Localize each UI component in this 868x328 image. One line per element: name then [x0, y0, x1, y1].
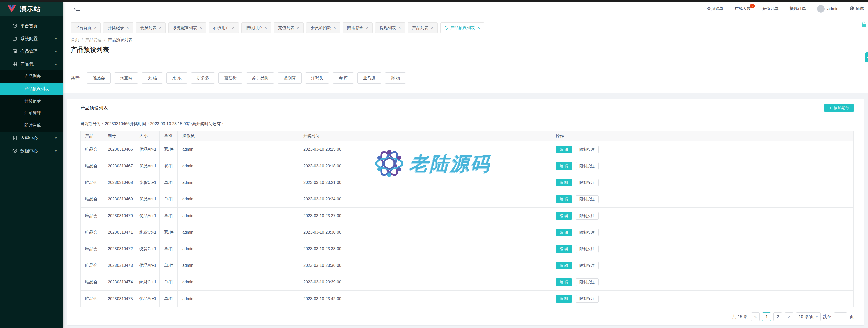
tab-赠送彩金[interactable]: 赠送彩金× [343, 23, 373, 33]
filter-option-唯品会[interactable]: 唯品会 [87, 72, 111, 84]
tab-会员列表[interactable]: 会员列表× [136, 23, 166, 33]
add-issue-button[interactable]: + 添加期号 [825, 103, 854, 112]
filter-option-拼多多[interactable]: 拼多多 [191, 72, 215, 84]
column-header-开奖时间: 开奖时间 [299, 131, 551, 141]
filter-option-蘑菇街[interactable]: 蘑菇街 [218, 72, 242, 84]
filter-option-京东[interactable]: 京 东 [166, 72, 187, 84]
jump-label: 跳至 [823, 314, 831, 320]
limit-bet-button[interactable]: 限制投注 [576, 245, 598, 253]
table-row: 唯品会20230310471统货Ct+1双/件admin2023-03-10 2… [81, 224, 854, 241]
header-link-会员购单[interactable]: 会员购单 [707, 6, 723, 11]
tab-提现列表[interactable]: 提现列表× [375, 23, 405, 33]
filter-option-天猫[interactable]: 天 猫 [142, 72, 163, 84]
edit-button[interactable]: 编 辑 [556, 212, 572, 219]
tab-充值列表[interactable]: 充值列表× [274, 23, 304, 33]
filter-option-寺库[interactable]: 寺 库 [333, 72, 353, 84]
limit-bet-button[interactable]: 限制投注 [576, 196, 598, 203]
edit-button[interactable]: 编 辑 [556, 179, 572, 186]
edit-button[interactable]: 编 辑 [556, 262, 572, 269]
limit-bet-button[interactable]: 限制投注 [576, 278, 598, 286]
tab-陪玩用户[interactable]: 陪玩用户× [241, 23, 271, 33]
cell-parity: 单/件 [160, 191, 178, 208]
edit-button[interactable]: 编 辑 [556, 229, 572, 236]
tab-平台首页[interactable]: 平台首页× [71, 23, 101, 33]
lock-icon[interactable] [861, 22, 867, 29]
close-icon[interactable]: × [297, 26, 299, 30]
sidebar-item-会员管理[interactable]: 会员管理∨ [0, 45, 63, 58]
user-menu[interactable]: admin [817, 5, 838, 13]
next-page-button[interactable]: > [785, 312, 793, 321]
close-icon[interactable]: × [126, 26, 129, 30]
edit-button[interactable]: 编 辑 [556, 295, 572, 303]
header-link-在线人数[interactable]: 在线人数2 [735, 6, 751, 11]
sidebar-collapse-icon[interactable] [74, 6, 81, 12]
limit-bet-button[interactable]: 限制投注 [576, 162, 598, 170]
sidebar-subitem-产品预设列表[interactable]: 产品预设列表 [0, 83, 63, 95]
tab-系统配置列表[interactable]: 系统配置列表× [168, 23, 206, 33]
filter-option-洋码头[interactable]: 洋码头 [305, 72, 329, 84]
edit-button[interactable]: 编 辑 [556, 196, 572, 203]
language-switcher[interactable]: 简体 [850, 6, 864, 12]
page-button-1[interactable]: 1 [762, 312, 771, 321]
sidebar-item-数据中心[interactable]: 数据中心∨ [0, 144, 63, 157]
limit-bet-button[interactable]: 限制投注 [576, 179, 598, 186]
jump-page-input[interactable] [834, 312, 847, 321]
prev-page-button[interactable]: < [751, 312, 760, 321]
cell-size: 统货Ct+1 [135, 175, 160, 191]
close-icon[interactable]: × [334, 26, 336, 30]
filter-option-聚划算[interactable]: 聚划算 [278, 72, 302, 84]
edit-button[interactable]: 编 辑 [556, 278, 572, 286]
close-icon[interactable]: × [94, 26, 96, 30]
close-icon[interactable]: × [159, 26, 161, 30]
sidebar-subitem-即时注单[interactable]: 即时注单 [0, 119, 63, 131]
filter-option-苏宁易购[interactable]: 苏宁易购 [246, 72, 274, 84]
close-icon[interactable]: × [232, 26, 234, 30]
limit-bet-button[interactable]: 限制投注 [576, 262, 598, 269]
header-link-充值订单[interactable]: 充值订单 [762, 6, 778, 11]
breadcrumb-item-产品管理[interactable]: 产品管理 [85, 37, 101, 42]
sidebar-item-平台首页[interactable]: 平台首页 [0, 20, 63, 32]
close-icon[interactable]: × [431, 26, 433, 30]
sidebar-item-内容中心[interactable]: 内容中心∨ [0, 131, 63, 144]
cell-parity: 单/件 [160, 291, 178, 307]
close-icon[interactable]: × [199, 26, 202, 30]
filter-option-淘宝网[interactable]: 淘宝网 [114, 72, 138, 84]
close-icon[interactable]: × [265, 26, 267, 30]
close-icon[interactable]: × [398, 26, 401, 30]
limit-bet-button[interactable]: 限制投注 [576, 212, 598, 219]
theme-settings-button[interactable] [865, 52, 868, 62]
cell-product: 唯品会 [81, 241, 103, 257]
filter-option-得物[interactable]: 得 物 [385, 72, 406, 84]
limit-bet-button[interactable]: 限制投注 [576, 295, 598, 303]
breadcrumb: 首页/产品管理/产品预设列表 [71, 37, 132, 42]
tab-label: 在线用户 [213, 25, 229, 31]
cell-size: 优品Ar+1 [135, 208, 160, 224]
limit-bet-button[interactable]: 限制投注 [576, 146, 598, 153]
breadcrumb-item-首页[interactable]: 首页 [71, 37, 79, 42]
page-size-select[interactable]: 10 条/页∨ [796, 312, 820, 321]
header-link-提现订单[interactable]: 提现订单 [789, 6, 806, 11]
filter-option-亚马逊[interactable]: 亚马逊 [358, 72, 381, 84]
edit-button[interactable]: 编 辑 [556, 162, 572, 170]
table-row: 唯品会20230310473优品Ar+1单/件admin2023-03-10 2… [81, 257, 854, 274]
tab-在线用户[interactable]: 在线用户× [209, 23, 239, 33]
close-icon[interactable]: × [477, 26, 480, 30]
tab-产品列表[interactable]: 产品列表× [408, 23, 437, 33]
cell-parity: 单/件 [160, 257, 178, 274]
tab-产品预设列表[interactable]: 产品预设列表× [440, 23, 484, 33]
sidebar-item-产品管理[interactable]: 产品管理∧ [0, 58, 63, 70]
sidebar-subitem-产品列表[interactable]: 产品列表 [0, 70, 63, 83]
sidebar-subitem-开奖记录[interactable]: 开奖记录 [0, 95, 63, 107]
edit-button[interactable]: 编 辑 [556, 245, 572, 253]
current-issue-info: 当前期号为：20230310466开奖时间：2023-03-10 23:15:0… [80, 121, 854, 127]
page-button-2[interactable]: 2 [773, 312, 782, 321]
limit-bet-button[interactable]: 限制投注 [576, 229, 598, 236]
logo[interactable]: 演示站 [0, 2, 63, 16]
close-icon[interactable]: × [366, 26, 368, 30]
sidebar-subitem-注单管理[interactable]: 注单管理 [0, 107, 63, 119]
sidebar-item-系统配置[interactable]: 系统配置∨ [0, 32, 63, 45]
tab-会员加扣款[interactable]: 会员加扣款× [306, 23, 340, 33]
document-icon [12, 136, 17, 141]
edit-button[interactable]: 编 辑 [556, 146, 572, 153]
tab-开奖记录[interactable]: 开奖记录× [103, 23, 133, 33]
